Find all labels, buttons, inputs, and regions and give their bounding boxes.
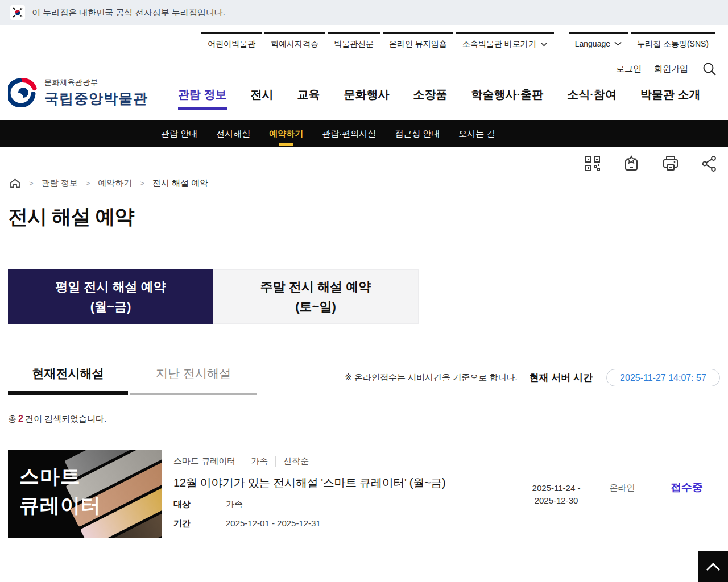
application-method: 온라인 xyxy=(599,483,645,493)
login-link[interactable]: 로그인 xyxy=(616,64,642,74)
sub-nav: 관람 안내 전시해설 예약하기 관람·편의시설 접근성 안내 오시는 길 xyxy=(0,120,728,147)
server-info: ※ 온라인접수는 서버시간을 기준으로 합니다. 현재 서버 시간 2025-1… xyxy=(345,369,720,386)
gov-banner-text: 이 누리집은 대한민국 공식 전자정부 누리집입니다. xyxy=(32,7,225,18)
target-row: 대상 가족 xyxy=(173,499,445,510)
nav-collection[interactable]: 소장품 xyxy=(413,87,448,110)
utility-language[interactable]: Language xyxy=(569,32,628,48)
site-header: 어린이박물관 학예사자격증 박물관신문 온라인 뮤지엄숍 소속박물관 바로가기 … xyxy=(0,25,728,120)
breadcrumb-reservation[interactable]: 예약하기 xyxy=(98,178,132,189)
nav-exhibitions[interactable]: 전시 xyxy=(251,87,274,110)
tab-active-indicator xyxy=(8,391,128,395)
main-nav: 관람 정보 전시 교육 문화행사 소장품 학술행사·출판 소식·참여 박물관 소… xyxy=(178,87,724,110)
share-icon[interactable] xyxy=(701,155,718,172)
scroll-to-top-button[interactable] xyxy=(698,551,728,582)
chevron-down-icon xyxy=(540,42,548,47)
subnav-reservation[interactable]: 예약하기 xyxy=(263,120,309,147)
period-row: 기간 2025-12-01 - 2025-12-31 xyxy=(173,518,445,529)
subnav-directions[interactable]: 오시는 길 xyxy=(452,120,501,147)
ministry-emblem-icon xyxy=(8,78,38,107)
breadcrumb-current-page: 전시 해설 예약 xyxy=(152,178,208,189)
tag-program: 스마트 큐레이터 xyxy=(173,456,243,467)
museum-logo[interactable]: 문화체육관광부 국립중앙박물관 xyxy=(8,77,148,108)
utility-branch-museums[interactable]: 소속박물관 바로가기 xyxy=(456,32,554,49)
korean-flag-icon xyxy=(10,5,25,20)
gov-banner: 이 누리집은 대한민국 공식 전자정부 누리집입니다. xyxy=(0,0,728,25)
chevron-up-icon xyxy=(705,562,722,572)
tag-row: 스마트 큐레이터 가족 선착순 xyxy=(173,456,445,467)
breadcrumb: > 관람 정보 > 예약하기 > 전시 해설 예약 xyxy=(8,177,720,189)
logo-museum-text: 국립중앙박물관 xyxy=(44,89,148,108)
breadcrumb-visit-info[interactable]: 관람 정보 xyxy=(42,178,78,189)
nav-about-museum[interactable]: 박물관 소개 xyxy=(640,87,701,110)
page-title: 전시 해설 예약 xyxy=(8,203,720,230)
subnav-visit-guide[interactable]: 관람 안내 xyxy=(155,120,204,147)
server-time-value: 2025-11-27 14:07: 57 xyxy=(606,369,720,386)
signup-link[interactable]: 회원가입 xyxy=(654,64,688,74)
utility-curator-license[interactable]: 학예사자격증 xyxy=(264,32,325,49)
period-label: 기간 xyxy=(173,518,226,529)
tab-weekday-reservation[interactable]: 평일 전시 해설 예약 (월~금) xyxy=(8,269,213,324)
nav-education[interactable]: 교육 xyxy=(297,87,320,110)
search-icon[interactable] xyxy=(702,61,717,76)
tab-current-commentary[interactable]: 현재전시해설 xyxy=(8,364,128,395)
list-divider xyxy=(8,560,720,560)
server-notice: ※ 온라인접수는 서버시간을 기준으로 합니다. xyxy=(345,372,517,383)
application-period: 2025-11-24 - 2025-12-30 xyxy=(519,482,593,507)
utility-nav: 어린이박물관 학예사자격증 박물관신문 온라인 뮤지엄숍 소속박물관 바로가기 … xyxy=(198,32,715,49)
utility-museum-news[interactable]: 박물관신문 xyxy=(328,32,380,49)
period-value: 2025-12-01 - 2025-12-31 xyxy=(226,518,321,529)
breadcrumb-separator: > xyxy=(86,179,90,188)
program-title[interactable]: 12월 이야기가 있는 전시해설 '스마트 큐레이터' (월~금) xyxy=(173,475,445,490)
home-icon[interactable] xyxy=(9,177,21,189)
subnav-exhibition-commentary[interactable]: 전시해설 xyxy=(210,120,257,147)
nav-news-participation[interactable]: 소식·참여 xyxy=(567,87,617,110)
utility-sns[interactable]: 누리집 소통망(SNS) xyxy=(631,32,715,49)
auth-row: 로그인 회원가입 xyxy=(616,61,717,76)
target-label: 대상 xyxy=(173,499,226,510)
subnav-accessibility[interactable]: 접근성 안내 xyxy=(388,120,446,147)
tab-inactive-indicator xyxy=(130,393,257,395)
tag-first-come: 선착순 xyxy=(275,456,316,467)
printer-icon[interactable] xyxy=(661,155,680,172)
tag-audience: 가족 xyxy=(243,456,275,467)
list-tab-row: 현재전시해설 지난 전시해설 ※ 온라인접수는 서버시간을 기준으로 합니다. … xyxy=(8,364,720,395)
target-value: 가족 xyxy=(226,499,243,510)
thumbnail-title: 스마트 큐레이터 xyxy=(19,462,101,520)
logo-ministry-text: 문화체육관광부 xyxy=(44,77,148,88)
result-count: 총2건이 검색되었습니다. xyxy=(8,414,720,425)
page-content: > 관람 정보 > 예약하기 > 전시 해설 예약 전시 해설 예약 평일 전시… xyxy=(0,155,728,582)
chevron-down-icon xyxy=(614,41,622,46)
qr-code-icon[interactable] xyxy=(584,155,601,172)
nav-cultural-events[interactable]: 문화행사 xyxy=(344,87,390,110)
tab-weekend-reservation[interactable]: 주말 전시 해설 예약 (토~일) xyxy=(213,269,419,324)
nav-academic-publications[interactable]: 학술행사·출판 xyxy=(471,87,544,110)
utility-children-museum[interactable]: 어린이박물관 xyxy=(201,32,262,49)
tab-past-commentary[interactable]: 지난 전시해설 xyxy=(130,364,257,395)
subnav-facilities[interactable]: 관람·편의시설 xyxy=(316,120,382,147)
utility-online-shop[interactable]: 온라인 뮤지엄숍 xyxy=(383,32,453,49)
program-thumbnail[interactable]: 스마트 큐레이터 xyxy=(8,450,162,538)
reservation-type-tabs: 평일 전시 해설 예약 (월~금) 주말 전시 해설 예약 (토~일) xyxy=(8,269,720,324)
bookmark-star-icon[interactable] xyxy=(622,155,640,172)
breadcrumb-separator: > xyxy=(140,179,144,188)
breadcrumb-separator: > xyxy=(29,179,34,188)
nav-visit-info[interactable]: 관람 정보 xyxy=(178,87,227,110)
list-item: 스마트 큐레이터 스마트 큐레이터 가족 선착순 12월 이야기가 있는 전시해… xyxy=(8,450,720,538)
server-time-label: 현재 서버 시간 xyxy=(530,371,593,384)
list-item-body: 스마트 큐레이터 가족 선착순 12월 이야기가 있는 전시해설 '스마트 큐레… xyxy=(173,450,445,538)
result-count-number: 2 xyxy=(18,414,23,423)
action-icon-row xyxy=(8,155,720,172)
status-badge[interactable]: 접수중 xyxy=(660,480,714,495)
